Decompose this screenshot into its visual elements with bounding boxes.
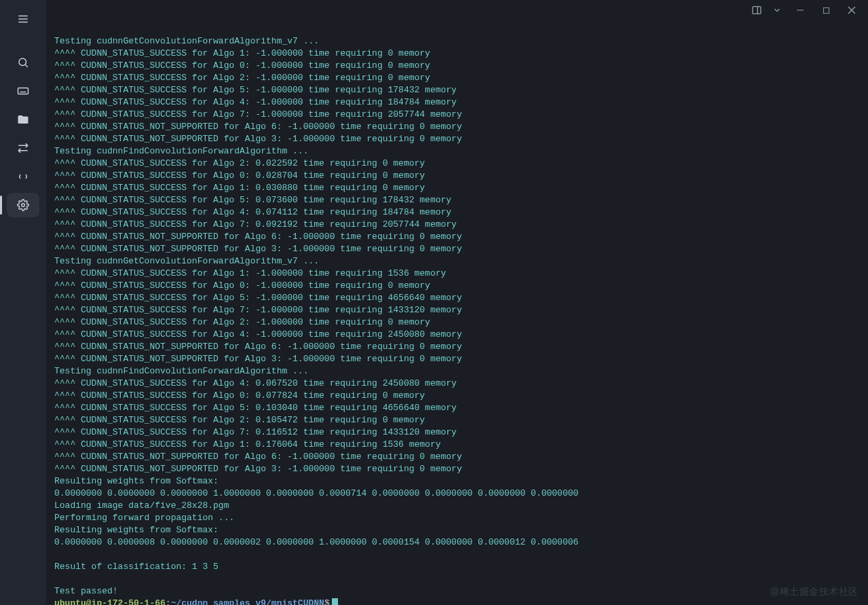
- terminal-line: ^^^^ CUDNN_STATUS_SUCCESS for Algo 2: -1…: [54, 316, 860, 329]
- sidebar-item-code[interactable]: [7, 164, 39, 189]
- svg-rect-10: [823, 7, 829, 13]
- terminal-line: ^^^^ CUDNN_STATUS_SUCCESS for Algo 5: 0.…: [54, 194, 860, 206]
- svg-rect-7: [753, 7, 761, 14]
- terminal-line: ^^^^ CUDNN_STATUS_SUCCESS for Algo 5: -1…: [54, 292, 860, 304]
- terminal-line: Loading image data/five_28x28.pgm: [54, 500, 860, 512]
- panel-toggle-button[interactable]: [747, 0, 766, 20]
- app-root: Testing cudnnGetConvolutionForwardAlgori…: [0, 0, 868, 605]
- terminal-line: Testing cudnnFindConvolutionForwardAlgor…: [54, 145, 860, 158]
- terminal-line: [54, 549, 860, 561]
- terminal-line: ^^^^ CUDNN_STATUS_SUCCESS for Algo 5: 0.…: [54, 402, 860, 414]
- terminal-line: [54, 573, 860, 585]
- terminal-line: ^^^^ CUDNN_STATUS_SUCCESS for Algo 0: -1…: [54, 60, 860, 72]
- terminal-line: ^^^^ CUDNN_STATUS_SUCCESS for Algo 2: -1…: [54, 72, 860, 84]
- sidebar-item-search[interactable]: [7, 50, 39, 75]
- terminal-line: Test passed!: [54, 585, 860, 598]
- terminal-line: ^^^^ CUDNN_STATUS_SUCCESS for Algo 1: -1…: [54, 48, 860, 60]
- terminal-line: ^^^^ CUDNN_STATUS_SUCCESS for Algo 0: 0.…: [54, 170, 860, 182]
- terminal-line: Result of classification: 1 3 5: [54, 561, 860, 573]
- transfer-icon: [17, 142, 29, 154]
- terminal-line: 0.0000000 0.0000008 0.0000000 0.0000002 …: [54, 536, 860, 549]
- terminal-line: ^^^^ CUDNN_STATUS_SUCCESS for Algo 1: 0.…: [54, 182, 860, 194]
- terminal-line: ^^^^ CUDNN_STATUS_NOT_SUPPORTED for Algo…: [54, 341, 860, 353]
- terminal-line: Testing cudnnGetConvolutionForwardAlgori…: [54, 35, 860, 48]
- terminal-line: ^^^^ CUDNN_STATUS_SUCCESS for Algo 2: 0.…: [54, 158, 860, 170]
- terminal-line: Testing cudnnFindConvolutionForwardAlgor…: [54, 365, 860, 378]
- svg-rect-5: [18, 88, 29, 94]
- terminal-prompt[interactable]: ubuntu@ip-172-50-1-66:~/cudnn_samples_v9…: [54, 598, 860, 605]
- menu-icon: [17, 13, 29, 25]
- minimize-icon: [796, 6, 804, 14]
- terminal-line: ^^^^ CUDNN_STATUS_SUCCESS for Algo 2: 0.…: [54, 414, 860, 426]
- terminal-line: ^^^^ CUDNN_STATUS_SUCCESS for Algo 7: -1…: [54, 109, 860, 121]
- main-area: Testing cudnnGetConvolutionForwardAlgori…: [46, 0, 868, 605]
- terminal-line: ^^^^ CUDNN_STATUS_NOT_SUPPORTED for Algo…: [54, 121, 860, 133]
- sidebar-item-settings[interactable]: [7, 193, 39, 217]
- terminal-line: ^^^^ CUDNN_STATUS_NOT_SUPPORTED for Algo…: [54, 463, 860, 475]
- terminal-line: ^^^^ CUDNN_STATUS_SUCCESS for Algo 4: 0.…: [54, 378, 860, 390]
- terminal-line: ^^^^ CUDNN_STATUS_SUCCESS for Algo 7: -1…: [54, 304, 860, 316]
- svg-point-6: [22, 204, 25, 207]
- terminal-line: ^^^^ CUDNN_STATUS_SUCCESS for Algo 0: -1…: [54, 280, 860, 292]
- search-icon: [17, 56, 29, 69]
- settings-icon: [17, 199, 29, 211]
- chevron-down-icon: [772, 5, 782, 15]
- panel-toggle-icon: [751, 5, 762, 16]
- terminal-line: ^^^^ CUDNN_STATUS_NOT_SUPPORTED for Algo…: [54, 231, 860, 243]
- terminal-line: ^^^^ CUDNN_STATUS_SUCCESS for Algo 4: -1…: [54, 329, 860, 341]
- maximize-icon: [823, 7, 830, 14]
- terminal-line: ^^^^ CUDNN_STATUS_SUCCESS for Algo 7: 0.…: [54, 219, 860, 231]
- sidebar-item-files[interactable]: [7, 107, 39, 132]
- terminal-line: ^^^^ CUDNN_STATUS_NOT_SUPPORTED for Algo…: [54, 451, 860, 463]
- terminal-line: [54, 23, 860, 35]
- terminal-output[interactable]: Testing cudnnGetConvolutionForwardAlgori…: [46, 20, 868, 605]
- sidebar: [0, 0, 46, 605]
- prompt-dollar: $: [324, 598, 330, 605]
- sidebar-item-transfer[interactable]: [7, 136, 39, 160]
- terminal-line: Performing forward propagation ...: [54, 512, 860, 524]
- terminal-line: Resulting weights from Softmax:: [54, 475, 860, 488]
- terminal-line: 0.0000000 0.0000000 0.0000000 1.0000000 …: [54, 488, 860, 500]
- terminal-line: ^^^^ CUDNN_STATUS_SUCCESS for Algo 4: -1…: [54, 96, 860, 109]
- terminal-line: ^^^^ CUDNN_STATUS_NOT_SUPPORTED for Algo…: [54, 243, 860, 255]
- cursor-icon: [332, 598, 338, 605]
- maximize-button[interactable]: [814, 0, 838, 20]
- svg-point-3: [19, 58, 26, 66]
- sidebar-item-menu[interactable]: [7, 7, 39, 31]
- code-icon: [17, 170, 29, 183]
- svg-line-4: [25, 65, 27, 67]
- terminal-line: ^^^^ CUDNN_STATUS_SUCCESS for Algo 0: 0.…: [54, 390, 860, 402]
- prompt-colon: :: [166, 598, 171, 605]
- sidebar-item-keyboard[interactable]: [7, 79, 39, 103]
- prompt-user: ubuntu@ip-172-50-1-66: [54, 598, 166, 605]
- files-icon: [17, 113, 29, 126]
- close-button[interactable]: [839, 0, 864, 20]
- terminal-line: ^^^^ CUDNN_STATUS_SUCCESS for Algo 4: 0.…: [54, 206, 860, 219]
- terminal-line: Testing cudnnGetConvolutionForwardAlgori…: [54, 255, 860, 268]
- terminal-line: ^^^^ CUDNN_STATUS_NOT_SUPPORTED for Algo…: [54, 133, 860, 145]
- terminal-line: Resulting weights from Softmax:: [54, 524, 860, 536]
- keyboard-icon: [17, 85, 29, 97]
- prompt-path: ~/cudnn_samples_v9/mnistCUDNN: [171, 598, 324, 605]
- terminal-line: ^^^^ CUDNN_STATUS_NOT_SUPPORTED for Algo…: [54, 353, 860, 365]
- terminal-line: ^^^^ CUDNN_STATUS_SUCCESS for Algo 7: 0.…: [54, 426, 860, 439]
- terminal-line: ^^^^ CUDNN_STATUS_SUCCESS for Algo 1: -1…: [54, 268, 860, 280]
- titlebar: [46, 0, 868, 20]
- minimize-button[interactable]: [788, 0, 812, 20]
- close-icon: [848, 6, 856, 14]
- dropdown-button[interactable]: [768, 0, 787, 20]
- terminal-line: ^^^^ CUDNN_STATUS_SUCCESS for Algo 5: -1…: [54, 84, 860, 96]
- terminal-line: ^^^^ CUDNN_STATUS_SUCCESS for Algo 1: 0.…: [54, 439, 860, 451]
